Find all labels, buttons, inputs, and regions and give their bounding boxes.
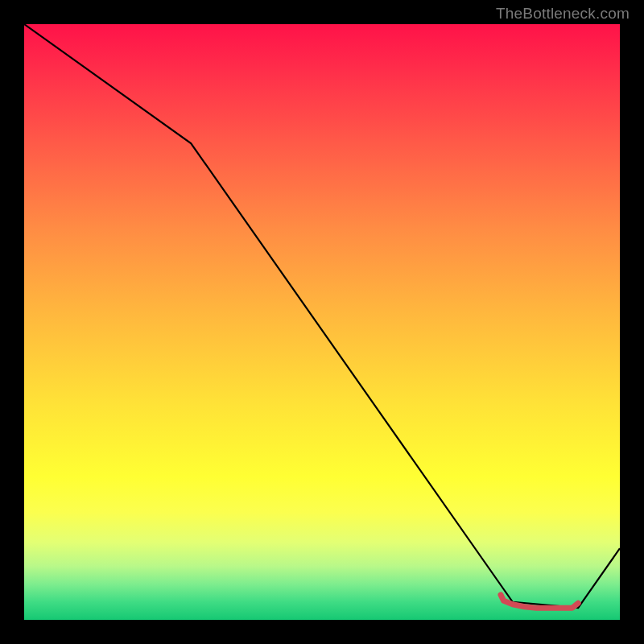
- plot-area: [24, 24, 620, 620]
- attribution-label: TheBottleneck.com: [496, 5, 630, 23]
- chart-frame: TheBottleneck.com: [0, 0, 644, 644]
- black-curve: [24, 24, 620, 608]
- red-flat-segment: [501, 595, 578, 608]
- chart-lines: [24, 24, 620, 620]
